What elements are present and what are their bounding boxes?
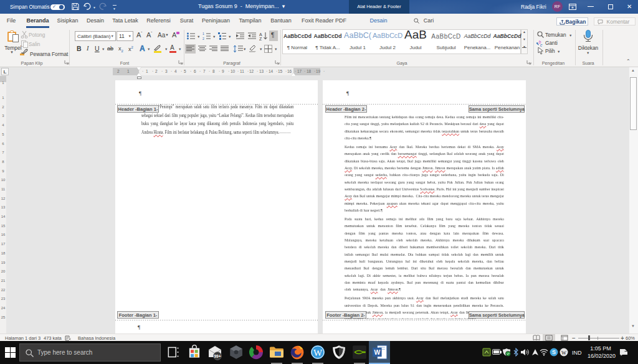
svg-text:W: W	[561, 350, 566, 356]
svg-text:Z: Z	[259, 37, 262, 40]
svg-text:W: W	[313, 348, 323, 358]
svg-text:A: A	[259, 32, 262, 37]
svg-text:99+: 99+	[214, 354, 221, 358]
svg-text:S: S	[552, 349, 556, 355]
svg-text:1: 1	[202, 32, 204, 35]
svg-text:W: W	[374, 349, 380, 356]
svg-text:2: 2	[202, 37, 204, 40]
svg-text:c: c	[540, 43, 543, 47]
